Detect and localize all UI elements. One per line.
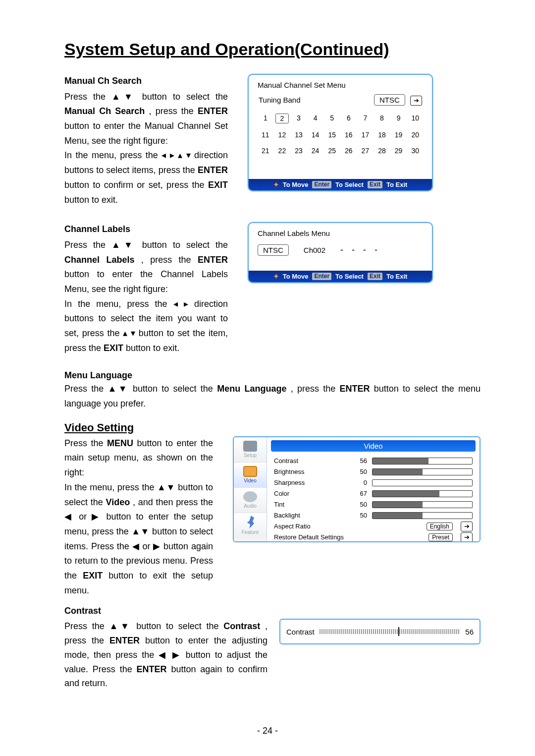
contrast-heading: Contrast [64, 604, 268, 618]
channel-cell[interactable]: 7 [359, 114, 373, 123]
setting-label: Brightness [274, 468, 348, 475]
arrow-right-icon[interactable]: ➔ [410, 96, 422, 106]
video-icon [243, 466, 257, 477]
manual-ch-heading: Manual Ch Search [64, 74, 228, 89]
tab-video[interactable]: Video [234, 463, 267, 488]
channel-cell[interactable]: 4 [309, 114, 322, 123]
channel-cell[interactable]: 22 [275, 146, 289, 155]
setting-bar[interactable] [372, 479, 473, 486]
channel-cell[interactable]: 10 [408, 114, 422, 123]
video-tabs[interactable]: Setup Video Audio Feature [234, 437, 267, 541]
channel-cell[interactable]: 11 [259, 130, 272, 139]
setting-bar[interactable] [372, 512, 473, 519]
video-setting-row[interactable]: Color67 [274, 488, 473, 499]
channel-cell[interactable]: 27 [359, 146, 373, 155]
text-bold: MENU [107, 438, 133, 448]
channel-cell[interactable]: 29 [392, 146, 406, 155]
channel-cell[interactable]: 3 [292, 114, 306, 123]
contrast-slider[interactable] [320, 629, 461, 634]
tab-setup[interactable]: Setup [234, 437, 267, 463]
channel-cell[interactable]: 8 [375, 114, 389, 123]
manual-ch-section: Manual Ch Search Press the ▲▼ button to … [64, 74, 481, 207]
footer-select: To Select [335, 181, 364, 188]
footer-enter-btn: Enter [312, 181, 331, 188]
cl-channel: Ch002 [304, 246, 325, 254]
tuning-band-value[interactable]: NTSC [374, 94, 405, 106]
text-bold: ENTER [109, 636, 140, 645]
video-setting-row[interactable]: Contrast56 [274, 456, 473, 466]
channel-cell[interactable]: 9 [392, 114, 406, 123]
video-setting-row[interactable]: Sharpness0 [274, 477, 473, 488]
arrow-right-icon[interactable]: ➔ [461, 522, 473, 531]
cl-band[interactable]: NTSC [258, 244, 289, 256]
text: Press the ▲▼ button to select the [64, 92, 228, 102]
channel-cell[interactable]: 26 [342, 146, 356, 155]
channel-cell[interactable]: 5 [325, 114, 339, 123]
channel-cell[interactable]: 13 [292, 130, 306, 139]
setting-label: Aspect Ratio [274, 523, 348, 530]
video-setting-row[interactable]: Brightness50 [274, 466, 473, 477]
setting-value: 50 [353, 468, 367, 475]
channel-cell[interactable]: 6 [342, 114, 356, 123]
channel-cell[interactable]: 12 [275, 130, 289, 139]
video-setting-heading: Video Setting [64, 421, 481, 434]
channel-cell[interactable]: 15 [325, 130, 339, 139]
text-bold: ENTER [340, 384, 370, 394]
video-settings-panel: Setup Video Audio Feature Video Contrast… [233, 436, 481, 542]
channel-cell[interactable]: 18 [375, 130, 389, 139]
channel-labels-section: Channel Labels Press the ▲▼ button to se… [64, 222, 481, 355]
contrast-bar-value: 56 [465, 628, 474, 636]
tab-audio[interactable]: Audio [234, 488, 267, 513]
channel-cell[interactable]: 20 [408, 130, 422, 139]
channel-cell[interactable]: 17 [359, 130, 373, 139]
tab-label: Audio [244, 503, 257, 509]
video-setting-row[interactable]: Tint50 [274, 499, 473, 510]
audio-icon [243, 491, 257, 502]
manual-channel-title: Manual Channel Set Menu [258, 81, 423, 89]
tab-feature[interactable]: Feature [234, 513, 267, 538]
option-box[interactable]: English [427, 523, 453, 530]
setting-bar[interactable] [372, 468, 473, 475]
tuning-band-label: Tuning Band [259, 96, 301, 104]
channel-cell[interactable]: 16 [342, 130, 356, 139]
setting-label: Color [274, 490, 348, 497]
footer-exit: To Exit [386, 273, 407, 280]
option-box[interactable]: Preset [428, 533, 453, 541]
osd-footer: ✦ To Move Enter To Select Exit To Exit [249, 271, 432, 282]
channel-cell[interactable]: 25 [325, 146, 339, 155]
text: button to enter the Channel Labels Menu,… [64, 269, 228, 294]
video-settings-list: Contrast56Brightness50Sharpness0Color67T… [267, 456, 480, 542]
arrow-right-icon[interactable]: ➔ [461, 532, 473, 542]
text: , press the [149, 106, 198, 116]
cl-label[interactable]: - - - - [340, 245, 380, 255]
footer-enter-btn: Enter [312, 273, 331, 280]
channel-cell[interactable]: 2 [275, 114, 289, 123]
video-setting-row[interactable]: Backlight50 [274, 510, 473, 521]
slider-thumb-icon[interactable] [398, 627, 399, 636]
channel-cell[interactable]: 23 [292, 146, 306, 155]
channel-cell[interactable]: 21 [259, 146, 272, 155]
footer-move: To Move [283, 273, 309, 280]
menu-language-heading: Menu Language [64, 370, 481, 381]
channel-cell[interactable]: 24 [309, 146, 322, 155]
setting-bar[interactable] [372, 501, 473, 508]
text-bold: EXIT [208, 180, 228, 190]
channel-cell[interactable]: 1 [259, 114, 272, 123]
channel-cell[interactable]: 19 [392, 130, 406, 139]
footer-select: To Select [335, 273, 364, 280]
footer-move: To Move [283, 181, 309, 188]
channel-grid[interactable]: 1234567891011121314151617181920212223242… [259, 114, 422, 155]
channel-cell[interactable]: 30 [408, 146, 422, 155]
restore-row[interactable]: Restore Default SettingsPreset➔ [274, 532, 473, 542]
setting-bar[interactable] [372, 458, 473, 465]
text-bold: Manual Ch Search [64, 106, 145, 116]
setting-bar[interactable] [372, 490, 473, 497]
contrast-adjust-panel[interactable]: Contrast 56 [279, 619, 481, 644]
manual-channel-panel: Manual Channel Set Menu Tuning Band NTSC… [248, 74, 433, 191]
video-panel-title: Video [271, 440, 476, 452]
channel-labels-heading: Channel Labels [64, 222, 228, 237]
channel-cell[interactable]: 14 [309, 130, 322, 139]
contrast-bar-label: Contrast [286, 628, 315, 636]
channel-cell[interactable]: 28 [375, 146, 389, 155]
aspect-ratio-row[interactable]: Aspect RatioEnglish➔ [274, 521, 473, 532]
